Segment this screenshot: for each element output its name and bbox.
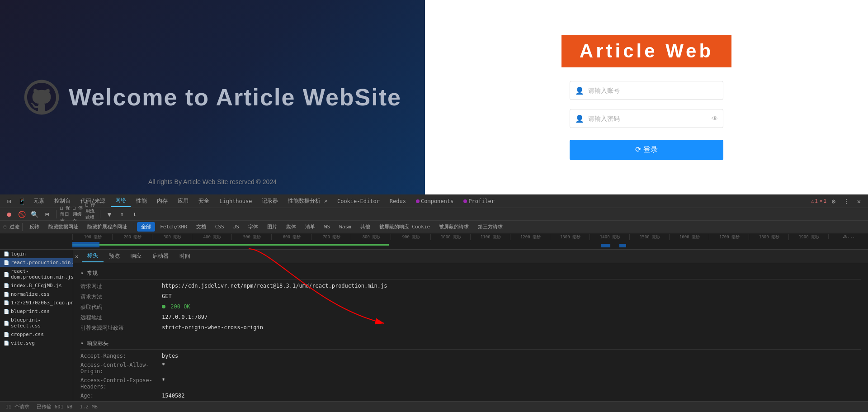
settings-icon[interactable]: ⚙ — [828, 196, 839, 207]
file-name: normalize.css — [11, 291, 50, 297]
eye-toggle-icon[interactable]: 👁 — [712, 115, 718, 122]
filter-ws-btn[interactable]: WS — [320, 223, 334, 231]
accept-ranges-row: Accept-Ranges: bytes — [80, 351, 861, 360]
file-name: cropper.css — [11, 331, 44, 337]
throttle-down-icon[interactable]: ▼ — [104, 209, 115, 220]
tab-security[interactable]: 安全 — [194, 195, 214, 207]
tab-perf-insights[interactable]: 性能数据分析 ↗ — [283, 195, 331, 207]
tab-performance[interactable]: 性能 — [132, 195, 151, 207]
timeline-label-1900: 1900 毫秒 — [788, 234, 828, 240]
username-input[interactable] — [570, 81, 723, 100]
file-item-normalize[interactable]: 📄 normalize.css — [0, 290, 73, 298]
inspect-icon[interactable]: ⊡ — [4, 196, 14, 207]
close-detail-btn[interactable]: ✕ — [75, 253, 78, 260]
tab-elements[interactable]: 元素 — [29, 195, 49, 207]
devtools-tabs: 元素 控制台 代码/来源 网络 性能 内存 应用 安全 Lighthouse 记… — [29, 195, 499, 207]
detail-tab-headers[interactable]: 标头 — [82, 250, 104, 262]
filter-third-party-btn[interactable]: 第三方请求 — [474, 222, 507, 232]
filter-reverse-btn[interactable]: 反转 — [25, 222, 43, 232]
filter-toggle-btn[interactable]: ⊟ — [42, 209, 52, 220]
detail-tab-initiator[interactable]: 启动器 — [147, 251, 174, 262]
timeline-label-1800: 1800 毫秒 — [749, 234, 788, 240]
lock-icon: 👤 — [575, 114, 584, 123]
filter-css-btn[interactable]: CSS — [211, 223, 228, 231]
detail-tab-response[interactable]: 响应 — [125, 251, 147, 262]
filter-hide-data-btn[interactable]: 隐藏数据网址 — [44, 222, 82, 232]
import-icon[interactable]: ⬆ — [117, 209, 127, 220]
doc-icon: 📄 — [4, 341, 9, 346]
disable-stream-btn[interactable]: □ 停用流式模式 — [85, 209, 96, 220]
detail-tab-timing[interactable]: 时间 — [174, 251, 196, 262]
clear-btn[interactable]: 🚫 — [16, 209, 27, 220]
timeline-label-200: 200 毫秒 — [112, 234, 152, 240]
filter-wasm-btn[interactable]: Wasm — [335, 223, 355, 231]
timeline-label-1000: 1000 毫秒 — [430, 234, 470, 240]
acac-row: Access-Control-Allow-Origin: * — [80, 360, 861, 376]
timeline-label-1700: 1700 毫秒 — [709, 234, 749, 240]
file-item-cropper[interactable]: 📄 cropper.css — [0, 330, 73, 339]
file-item-login[interactable]: 📄 login — [0, 250, 73, 258]
tab-memory[interactable]: 内存 — [152, 195, 172, 207]
filter-media-btn[interactable]: 媒体 — [282, 222, 300, 232]
timeline-label-800: 800 毫秒 — [351, 234, 391, 240]
timeline-label-600: 600 毫秒 — [271, 234, 311, 240]
filter-hide-ext-btn[interactable]: 隐藏扩展程序网址 — [83, 222, 131, 232]
close-devtools-icon[interactable]: ✕ — [854, 196, 864, 207]
device-icon[interactable]: 📱 — [16, 196, 27, 207]
general-section-header: ▾ 常规 — [80, 267, 861, 279]
tab-components[interactable]: Components — [411, 196, 458, 206]
tab-cookie-editor[interactable]: Cookie-Editor — [333, 196, 384, 206]
file-item-vite[interactable]: 📄 vite.svg — [0, 339, 73, 347]
record-btn[interactable]: ⏺ — [4, 209, 14, 220]
referrer-value: strict-origin-when-cross-origin — [162, 324, 861, 332]
login-button[interactable]: ⟳ 登录 — [570, 140, 723, 160]
tab-network[interactable]: 网络 — [111, 195, 131, 207]
tab-redux[interactable]: Redux — [385, 196, 410, 206]
detail-panel: ✕ 标头 预览 响应 启动器 时间 ▾ 常规 请求网址 https://cdn.… — [73, 250, 868, 401]
doc-icon: 📄 — [4, 292, 9, 297]
tab-lighthouse[interactable]: Lighthouse — [215, 196, 256, 206]
remote-addr-value: 127.0.0.1:7897 — [162, 314, 861, 322]
filter-all-btn[interactable]: 全部 — [137, 222, 155, 232]
more-options-icon[interactable]: ⋮ — [841, 196, 852, 207]
file-name: vite.svg — [11, 340, 35, 346]
status-dot-icon — [162, 305, 165, 308]
filter-fetch-btn[interactable]: Fetch/XHR — [156, 223, 191, 231]
file-item-react[interactable]: 📄 react.production.min.js — [0, 258, 73, 267]
file-name: blueprint-select.css — [11, 317, 69, 329]
file-item-index[interactable]: 📄 index.B_CEqjMD.js — [0, 281, 73, 290]
disable-cache-btn[interactable]: □ 停用缓存 — [73, 209, 84, 220]
filter-blocked-cookie-btn[interactable]: 被屏蔽的响应 Cookie — [375, 222, 434, 232]
doc-icon: 📄 — [4, 309, 9, 314]
filter-doc-btn[interactable]: 文档 — [192, 222, 210, 232]
timeline-label-1300: 1300 毫秒 — [550, 234, 590, 240]
response-headers-section-header: ▾ 响应标头 — [80, 337, 861, 350]
filter-img-btn[interactable]: 图片 — [263, 222, 281, 232]
file-item-blueprint[interactable]: 📄 blueprint.css — [0, 307, 73, 316]
filter-manifest-btn[interactable]: 清单 — [301, 222, 319, 232]
filter-js-btn[interactable]: JS — [229, 223, 243, 231]
export-icon[interactable]: ⬇ — [129, 209, 140, 220]
file-item-logo[interactable]: 📄 1727291702063_logo.png — [0, 298, 73, 307]
request-url-label: 请求网址 — [80, 283, 162, 290]
timeline-label-1600: 1600 毫秒 — [669, 234, 709, 240]
password-group: 👤 👁 — [570, 109, 723, 128]
preserve-log-btn[interactable]: □ 保留日志 — [60, 209, 71, 220]
file-item-blueprint-select[interactable]: 📄 blueprint-select.css — [0, 316, 73, 330]
filter-blocked-req-btn[interactable]: 被屏蔽的请求 — [435, 222, 473, 232]
doc-icon: 📄 — [4, 300, 9, 305]
tab-application[interactable]: 应用 — [173, 195, 193, 207]
password-input[interactable] — [570, 109, 723, 128]
tab-recorder[interactable]: 记录器 — [257, 195, 283, 207]
user-icon: 👤 — [575, 86, 584, 95]
tab-profiler[interactable]: Profiler — [459, 196, 499, 206]
devtools-main-content: 📄 login 📄 react.production.min.js 📄 reac… — [0, 250, 868, 401]
timeline-label-100: 100 毫秒 — [72, 234, 112, 240]
detail-tab-preview[interactable]: 预览 — [104, 251, 125, 262]
filter-other-btn[interactable]: 其他 — [356, 222, 374, 232]
filter-font-btn[interactable]: 字体 — [244, 222, 262, 232]
search-network-btn[interactable]: 🔍 — [29, 209, 40, 220]
remote-addr-row: 远程地址 127.0.0.1:7897 — [80, 313, 861, 323]
detail-tabs: ✕ 标头 预览 响应 启动器 时间 — [73, 250, 868, 263]
file-item-react-dom[interactable]: 📄 react-dom.production.min.js — [0, 267, 73, 281]
